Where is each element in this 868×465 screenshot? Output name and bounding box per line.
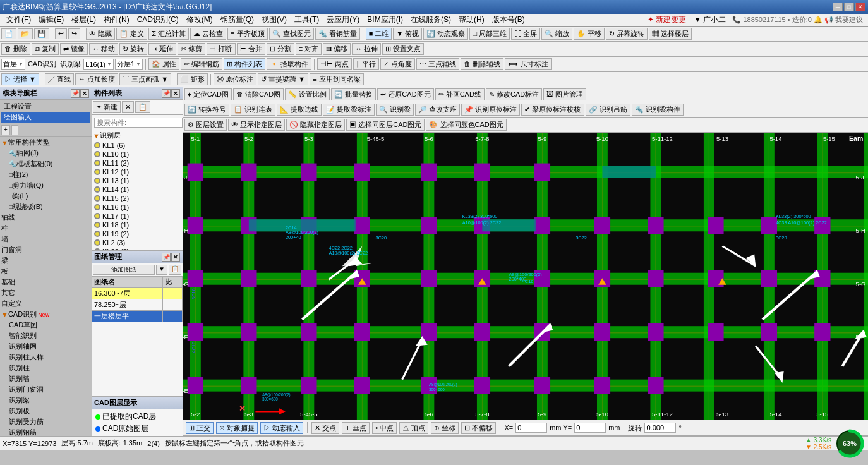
btn-parallel[interactable]: ∥ 平行 [353, 58, 379, 70]
btn-select-same-color[interactable]: 🎨 选择同颜色CAD图元 [426, 119, 506, 131]
btn-snap-coord[interactable]: ⊕ 坐标 [431, 422, 459, 434]
btn-pan[interactable]: ✋ 平移 [574, 28, 605, 40]
comp-kl19[interactable]: KL19 (2) [92, 229, 183, 238]
tree-id-slab[interactable]: 识别板 [0, 406, 92, 416]
btn-2d[interactable]: ■ 二维 [366, 28, 392, 40]
tree-col[interactable]: 柱 [0, 223, 92, 234]
btn-id-beam-comp[interactable]: 🔩 识别梁构件 [632, 104, 684, 116]
btn-modify-cad-mark[interactable]: ✎ 修改CAD标注 [486, 88, 542, 100]
btn-snap-midpoint[interactable]: • 中点 [372, 422, 397, 434]
maximize-button[interactable]: □ [844, 3, 854, 11]
btn-layer-settings[interactable]: ⚙ 图层设置 [184, 119, 227, 131]
nav-engineering[interactable]: 工程设置 [1, 101, 90, 112]
tree-axis[interactable]: 🔩 轴网(J) [0, 148, 92, 159]
comp-identify-layer[interactable]: ▼ 识别层 [92, 130, 183, 141]
btn-trim[interactable]: ✂ 修剪 [178, 43, 205, 55]
btn-comp-list[interactable]: ⊞ 构件列表 [224, 58, 265, 70]
btn-two-point[interactable]: ⊣⊢ 两点 [317, 58, 352, 70]
comp-kl14[interactable]: KL14 (1) [92, 185, 183, 194]
menu-modify[interactable]: 修改(M) [183, 13, 217, 27]
menu-new-change[interactable]: ✦ 新建变更 [644, 13, 690, 27]
rotate-input[interactable] [644, 423, 676, 433]
comp-kl1[interactable]: KL1 (6) [92, 141, 183, 150]
btn-find[interactable]: 🔍 查找图元 [269, 28, 314, 40]
btn-cloud-check[interactable]: ☁ 云检查 [190, 28, 226, 40]
btn-snap-perpend[interactable]: ⊥ 垂点 [342, 422, 370, 434]
tree-id-beam[interactable]: 识别梁 [0, 395, 92, 406]
tree-id-col[interactable]: 识别柱 [0, 363, 92, 373]
menu-version[interactable]: 版本号(B) [488, 13, 529, 27]
btn-save[interactable]: 💾 [34, 28, 49, 39]
tree-id-axis[interactable]: 识别轴网 [0, 341, 92, 352]
tree-id-rebar[interactable]: 识别受力筋 [0, 416, 92, 427]
nav-drawing[interactable]: 绘图输入 [1, 112, 90, 123]
tree-cad-sketch[interactable]: CAD草图 [0, 320, 92, 330]
comp-kl17[interactable]: KL17 (1) [92, 212, 183, 220]
btn-point-angle[interactable]: ∠ 点角度 [380, 58, 415, 70]
btn-local-3d[interactable]: □ 局部三维 [469, 28, 510, 40]
btn-zoom[interactable]: 🔍 缩放 [541, 28, 572, 40]
comp-kl18[interactable]: KL18 (1) [92, 220, 183, 229]
btn-snap-intersect[interactable]: ✕ 交点 [311, 422, 339, 434]
tree-door-window[interactable]: 门窗洞 [0, 245, 92, 255]
dropdown-floor[interactable]: 首层 ▼ [1, 59, 25, 70]
menu-online[interactable]: 在线服务(S) [407, 13, 455, 27]
y-input[interactable] [574, 423, 606, 433]
btn-stretch[interactable]: ↔ 拉伸 [352, 43, 381, 55]
btn-restore-cad[interactable]: ↩ 还原CAD图元 [377, 88, 433, 100]
drawing-pin-button[interactable]: 📌 [162, 253, 171, 262]
tree-id-steel[interactable]: 识别钢筋 [0, 427, 92, 436]
btn-hide-layer[interactable]: 🚫 隐藏指定图层 [286, 119, 345, 131]
btn-apply-same[interactable]: ≡ 应用到同名梁 [310, 73, 363, 85]
tree-beam[interactable]: □ 梁(L) [0, 191, 92, 202]
btn-extract-edge[interactable]: 📐 提取边线 [277, 104, 322, 116]
tree-foundation[interactable]: 基础 [0, 277, 92, 287]
menu-view[interactable]: 视图(V) [258, 13, 291, 27]
tree-slab[interactable]: □ 现浇板(B) [0, 202, 92, 212]
comp-kl12[interactable]: KL12 (1) [92, 167, 183, 176]
btn-beam-mark-check[interactable]: ✔ 梁原位标注校核 [521, 104, 584, 116]
comp-kl16[interactable]: KL16 (1) [92, 203, 183, 212]
btn-merge[interactable]: ⊢ 合并 [237, 43, 265, 55]
btn-line[interactable]: ╱ 直线 [45, 73, 74, 85]
btn-offset[interactable]: ⇉ 偏移 [323, 43, 351, 55]
btn-locate-cad[interactable]: ♦ 定位CAD图 [184, 88, 232, 100]
tree-beam2[interactable]: 梁 [0, 255, 92, 266]
btn-add-drawing[interactable]: 添加图纸 [93, 265, 155, 275]
x-input[interactable] [515, 423, 547, 433]
btn-show-layer[interactable]: 👁 显示指定图层 [228, 119, 285, 131]
menu-help[interactable]: 帮助(H) [455, 13, 488, 27]
btn-check-support[interactable]: 🔎 查改支座 [415, 104, 460, 116]
btn-set-scale[interactable]: 📏 设置比例 [285, 88, 330, 100]
btn-extract-beam-mark[interactable]: 📝 提取梁标注 [323, 104, 375, 116]
cad-layer-extracted[interactable]: 已提取的CAD层 [93, 411, 181, 423]
btn-pick-comp[interactable]: 🔸 拾取构件 [267, 58, 311, 70]
btn-id-hanger[interactable]: 🔗 识别吊筋 [586, 104, 630, 116]
btn-drawing-options[interactable]: ▼ [156, 265, 167, 275]
tree-id-door[interactable]: 识别门窗洞 [0, 384, 92, 395]
btn-clear-cad[interactable]: 🗑 清除CAD图 [233, 88, 284, 100]
btn-expand-all[interactable]: + [1, 125, 10, 135]
btn-top-view[interactable]: ▼ 俯视 [393, 28, 422, 40]
btn-move[interactable]: ↔ 移动 [89, 43, 118, 55]
comp-kl15[interactable]: KL15 (2) [92, 194, 183, 203]
close-button[interactable]: ✕ [855, 3, 865, 11]
tree-common-types[interactable]: ▼ 常用构件类型 [0, 137, 92, 148]
dropdown-layer[interactable]: 分层1 ▼ [115, 59, 143, 70]
btn-collapse-all[interactable]: - [11, 125, 18, 135]
btn-select-same-layer[interactable]: ▣ 选择同图层CAD图元 [346, 119, 425, 131]
btn-select-floor[interactable]: ▦ 选择楼层 [649, 28, 692, 40]
btn-comp-del[interactable]: ✕ [122, 101, 134, 113]
btn-align[interactable]: ≡ 对齐 [296, 43, 322, 55]
btn-property[interactable]: 🏠 属性 [148, 58, 179, 70]
menu-cad[interactable]: CAD识别(C) [133, 13, 183, 27]
btn-set-grip[interactable]: ⊞ 设置夹点 [382, 43, 424, 55]
tree-other[interactable]: 其它 [0, 287, 92, 298]
btn-batch-replace[interactable]: 🔄 批量替换 [331, 88, 376, 100]
menu-file[interactable]: 文件(F) [3, 13, 35, 27]
btn-screen-rotate[interactable]: ↻ 屏幕旋转 [606, 28, 648, 40]
btn-dim[interactable]: ⟺ 尺寸标注 [505, 58, 551, 70]
btn-id-table[interactable]: 📋 识别连表 [231, 104, 275, 116]
comp-kl13[interactable]: KL13 (1) [92, 176, 183, 185]
btn-select[interactable]: ▷ 选择 ▼ [1, 73, 39, 85]
